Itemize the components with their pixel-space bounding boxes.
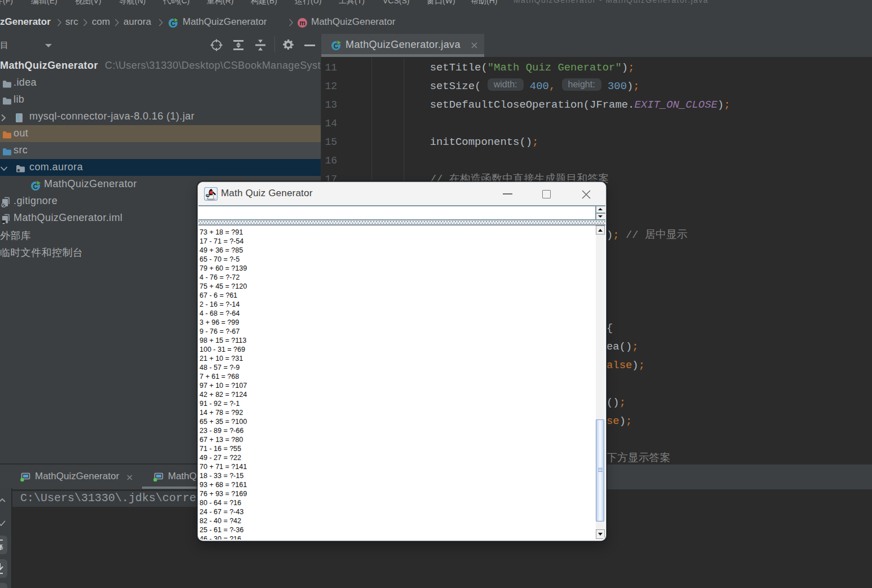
svg-text:m: m bbox=[299, 19, 306, 27]
svg-text:5: 5 bbox=[0, 543, 3, 551]
